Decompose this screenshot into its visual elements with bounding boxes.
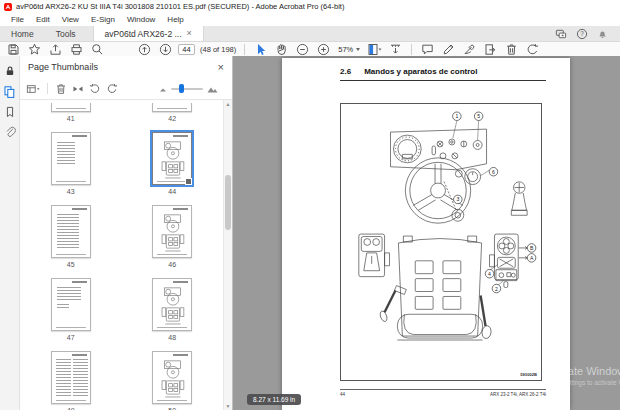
thumbnail-cell: 43 [51,126,91,199]
thumbnail-label: 41 [67,115,75,122]
menu-view[interactable]: View [56,15,85,24]
tab-tools-label: Tools [56,29,76,39]
document-canvas[interactable]: 2.6 Mandos y aparatos de control [233,56,620,410]
panel-scrollbar[interactable]: ▲ ▼ [223,100,232,410]
signature-icon[interactable] [459,42,480,57]
thumbnail-cell: 42 [152,100,192,126]
thumbnail-label: 47 [67,334,75,341]
close-panel-icon[interactable]: × [218,62,224,73]
menu-esign[interactable]: E-Sign [85,15,121,24]
thumbnail-label: 44 [168,188,176,195]
callout-5: 5 [477,113,480,119]
thumbnail-page-43[interactable] [51,132,91,185]
delete-pages-icon[interactable] [55,83,67,95]
thumbnail-cell: 47 [51,272,91,345]
pdf-page: 2.6 Mandos y aparatos de control [282,58,570,410]
figure-controls-diagram: 1 5 6 3 B A 4 2 593002B [340,103,542,381]
callout-2: 2 [495,286,498,292]
rotate-ccw-icon[interactable] [89,83,101,95]
thumbnail-cell: 49 [51,345,91,410]
menu-window[interactable]: Window [121,15,161,24]
thumbnail-page-47[interactable] [51,278,91,331]
options-icon[interactable] [26,83,40,95]
upload-icon[interactable] [45,42,66,57]
menu-edit[interactable]: Edit [30,15,56,24]
screen-share-icon[interactable] [555,28,567,40]
tab-home[interactable]: Home [0,26,45,41]
bell-icon[interactable] [597,28,608,40]
page-up-icon[interactable] [134,42,155,57]
scroll-up-icon[interactable]: ▲ [224,101,232,107]
zoom-level-value: 57% [338,45,353,54]
figure-code: 593002B [520,372,537,377]
svg-text:?: ? [580,30,584,37]
thumbnail-cell: 48 [152,272,192,345]
thumbnail-page-46[interactable] [152,205,192,258]
trash-icon[interactable] [501,42,522,57]
thumbnail-page-44[interactable] [152,132,192,185]
callout-B: B [530,245,534,251]
scroll-mode-icon[interactable] [385,42,406,57]
thumbnail-page-42[interactable] [152,103,192,112]
footer-page-number: 44 [340,392,345,397]
page-down-icon[interactable] [155,42,176,57]
thumbnail-label: 45 [67,261,75,268]
section-title: Mandos y aparatos de control [364,67,477,76]
page-badge-icon [185,178,192,185]
thumbnail-page-41[interactable] [51,103,91,112]
tab-document[interactable]: avP06td ARX26-2 ... × [93,26,204,41]
menu-help[interactable]: Help [161,15,189,24]
thumbnail-page-45[interactable] [51,205,91,258]
slider-track[interactable] [171,88,203,90]
zoom-in-icon[interactable] [313,42,334,57]
collapse-icon[interactable] [72,83,84,95]
page-count-label: (48 of 198) [200,45,236,54]
select-cursor-icon[interactable] [250,42,271,57]
thumbnail-grid: 41424344454647484950 [20,100,223,410]
zoom-out-thumbnails-icon [159,85,167,93]
comment-icon[interactable] [417,42,438,57]
chevron-down-icon [356,48,360,51]
scroll-down-icon[interactable]: ▼ [224,403,232,409]
help-icon[interactable]: ? [576,28,588,40]
thumbnail-page-48[interactable] [152,278,192,331]
page-size-tooltip: 8.27 x 11.69 in [247,394,301,405]
send-icon[interactable] [480,42,501,57]
zoom-level-dropdown[interactable]: 57% [338,45,360,54]
thumbnail-size-slider[interactable] [159,84,218,94]
hand-tool-icon[interactable] [271,42,292,57]
scrollbar-thumb[interactable] [225,175,231,230]
print-icon[interactable] [66,42,87,57]
search-icon[interactable] [87,42,108,57]
page-thumbnails-panel: Page Thumbnails × 41424344454647484950 ▲ [20,56,233,410]
close-tab-icon[interactable]: × [187,29,192,38]
thumbnail-cell: 50 [152,345,192,410]
attachments-icon[interactable] [4,126,16,138]
save-icon[interactable] [3,42,24,57]
tab-document-label: avP06td ARX26-2 ... [105,29,182,39]
fill-sign-icon[interactable] [438,42,459,57]
rotate-cw-icon[interactable] [106,83,118,95]
zoom-in-thumbnails-icon [207,84,218,94]
page-number-input[interactable]: 44 [178,44,195,55]
section-number: 2.6 [340,67,351,76]
menu-bar: File Edit View E-Sign Window Help [0,13,620,26]
thumbnail-page-50[interactable] [152,351,192,404]
callout-1: 1 [455,113,458,119]
menu-file[interactable]: File [5,15,30,24]
thumbnail-cell: 41 [51,100,91,126]
thumbnail-page-49[interactable] [51,351,91,404]
star-icon[interactable] [24,42,45,57]
tab-tools[interactable]: Tools [45,26,87,41]
callout-6: 6 [492,169,495,175]
zoom-out-icon[interactable] [292,42,313,57]
thumbnail-cell: 46 [152,199,192,272]
slider-handle[interactable] [179,84,184,93]
page-view-icon[interactable] [364,42,385,57]
thumbnail-cell: 45 [51,199,91,272]
callout-4: 4 [488,271,491,277]
thumbnail-label: 48 [168,334,176,341]
bookmarks-icon[interactable] [4,106,16,118]
page-thumbnails-icon[interactable] [3,85,16,98]
refresh-icon[interactable] [522,42,543,57]
